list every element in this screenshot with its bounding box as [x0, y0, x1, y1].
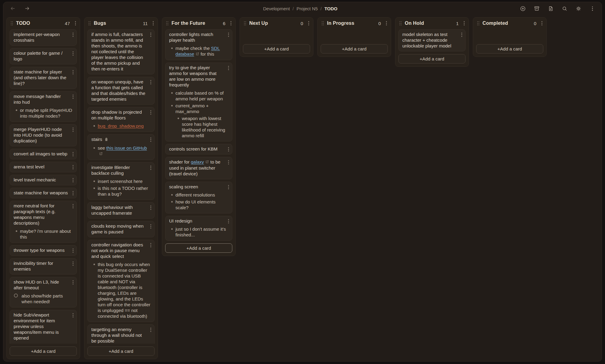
breadcrumb-item-todo[interactable]: TODO: [324, 6, 337, 11]
breadcrumb-item-development[interactable]: Development: [263, 6, 290, 11]
card-link[interactable]: bug_drop_shadow.png: [98, 123, 144, 128]
kebab-icon[interactable]: [228, 185, 229, 190]
card[interactable]: investigate Blender backface cullinginse…: [87, 162, 155, 200]
card[interactable]: state machine for weapons: [10, 188, 77, 198]
new-board-icon[interactable]: [520, 5, 526, 12]
card[interactable]: state machine for player (and others lat…: [10, 67, 77, 89]
card[interactable]: convert all images to webp: [10, 149, 77, 159]
kebab-icon[interactable]: [386, 21, 387, 26]
kebab-icon[interactable]: [72, 261, 74, 266]
kebab-icon[interactable]: [72, 313, 74, 318]
settings-icon[interactable]: [575, 5, 582, 12]
add-card-button[interactable]: +Add a card: [87, 346, 155, 356]
kebab-icon[interactable]: [72, 94, 74, 99]
add-card-button[interactable]: +Add a card: [321, 44, 388, 54]
kebab-icon[interactable]: [152, 21, 154, 26]
kebab-icon[interactable]: [72, 248, 74, 253]
kebab-icon[interactable]: [72, 127, 74, 132]
card[interactable]: hide SubViewport environment for item pr…: [10, 310, 77, 344]
card[interactable]: model skeleton as test character + cheat…: [398, 29, 466, 51]
card[interactable]: arena test level: [10, 162, 77, 172]
kebab-icon[interactable]: [72, 32, 74, 37]
card[interactable]: show HUD on L3, hide after timeoutalso s…: [10, 277, 77, 307]
card[interactable]: invincibility timer for enemies: [10, 258, 77, 275]
card[interactable]: clouds keep moving when game is paused: [87, 221, 155, 237]
kebab-icon[interactable]: [150, 327, 152, 332]
kebab-icon[interactable]: [72, 51, 74, 56]
card-link[interactable]: galaxy: [191, 159, 204, 164]
card[interactable]: UI redesignjust so I don't assume it's f…: [165, 216, 232, 241]
kebab-icon[interactable]: [72, 70, 74, 75]
card[interactable]: scaling screendifferent resolutionshow d…: [165, 182, 232, 213]
kebab-icon[interactable]: [228, 219, 229, 224]
kebab-icon[interactable]: [230, 21, 232, 26]
add-card-button[interactable]: +Add a card: [476, 44, 543, 54]
card[interactable]: drop shadow is projected on multiple flo…: [87, 107, 155, 132]
card[interactable]: thrower type for weapons: [10, 245, 77, 256]
overflow-menu-icon[interactable]: [589, 5, 596, 12]
add-card-button[interactable]: +Add a card: [243, 44, 310, 54]
card[interactable]: laggy behaviour with uncapped framerate: [87, 202, 155, 219]
back-arrow-icon[interactable]: [9, 5, 16, 12]
add-card-button[interactable]: +Add a card: [398, 54, 466, 63]
drag-handle-icon[interactable]: [88, 21, 91, 26]
card[interactable]: controller navigation does not work in p…: [87, 240, 155, 322]
card[interactable]: colour palette for game / logo: [10, 48, 77, 64]
card[interactable]: implement per-weapon crosshairs: [10, 29, 77, 46]
add-card-button[interactable]: +Add a card: [10, 346, 77, 356]
card[interactable]: level travel mechanic: [10, 175, 77, 185]
card[interactable]: shader for galaxy to be used in planet s…: [165, 157, 232, 179]
breadcrumb-item-project-n5[interactable]: Project N5: [296, 6, 318, 11]
column-title: Next Up: [249, 21, 268, 26]
kebab-icon[interactable]: [228, 160, 229, 165]
add-card-button[interactable]: +Add a card: [165, 243, 232, 253]
card[interactable]: move message handler into hudor maybe sp…: [10, 91, 77, 122]
forward-arrow-icon[interactable]: [24, 5, 31, 12]
kebab-icon[interactable]: [72, 165, 74, 170]
drag-handle-icon[interactable]: [477, 21, 480, 26]
card[interactable]: targetting an enemy through a wall shoul…: [87, 324, 155, 344]
card[interactable]: controller lights match player healthmay…: [165, 29, 232, 60]
kebab-icon[interactable]: [72, 152, 74, 157]
kebab-icon[interactable]: [150, 32, 152, 37]
drag-handle-icon[interactable]: [399, 21, 402, 26]
notes-icon[interactable]: [548, 5, 554, 12]
kebab-icon[interactable]: [228, 147, 229, 152]
card[interactable]: on weapon unequip, have a function that …: [87, 77, 155, 105]
card[interactable]: if ammo is full, characters stands in am…: [87, 29, 155, 74]
card-link[interactable]: this issue on GitHub: [106, 145, 147, 151]
breadcrumb-separator: /: [293, 6, 294, 11]
drag-handle-icon[interactable]: [166, 21, 169, 26]
kebab-icon[interactable]: [150, 80, 152, 85]
kebab-icon[interactable]: [72, 280, 74, 285]
kebab-icon[interactable]: [150, 165, 152, 170]
kebab-icon[interactable]: [72, 204, 74, 209]
kebab-icon[interactable]: [150, 243, 152, 248]
drag-handle-icon[interactable]: [244, 21, 247, 26]
kebab-icon[interactable]: [150, 205, 152, 210]
card[interactable]: more neutral font for paragraph texts (e…: [10, 201, 77, 243]
kebab-icon[interactable]: [541, 21, 543, 26]
kebab-icon[interactable]: [228, 32, 229, 37]
card[interactable]: try to give the player ammo for weapons …: [165, 63, 232, 141]
card-title: implement per-weapon crosshairs: [14, 31, 73, 43]
drag-handle-icon[interactable]: [10, 21, 13, 26]
archive-icon[interactable]: [534, 5, 540, 12]
kebab-icon[interactable]: [72, 191, 74, 196]
card[interactable]: controls screen for KBM: [165, 144, 232, 154]
kebab-icon[interactable]: [75, 21, 76, 26]
search-icon[interactable]: [561, 5, 568, 12]
checkbox-circle-icon[interactable]: [14, 294, 18, 297]
kebab-icon[interactable]: [72, 178, 74, 183]
column-card-count: 6: [223, 21, 225, 26]
drag-handle-icon[interactable]: [321, 21, 324, 26]
kebab-icon[interactable]: [150, 110, 152, 115]
kebab-icon[interactable]: [461, 32, 463, 37]
kebab-icon[interactable]: [150, 224, 152, 229]
card[interactable]: merge PlayerHUD node into HUD node (to a…: [10, 124, 77, 146]
kebab-icon[interactable]: [150, 137, 152, 142]
kebab-icon[interactable]: [308, 21, 309, 26]
card[interactable]: stairs see this issue on GitHub: [87, 134, 155, 160]
kebab-icon[interactable]: [463, 21, 465, 26]
kebab-icon[interactable]: [228, 66, 229, 70]
